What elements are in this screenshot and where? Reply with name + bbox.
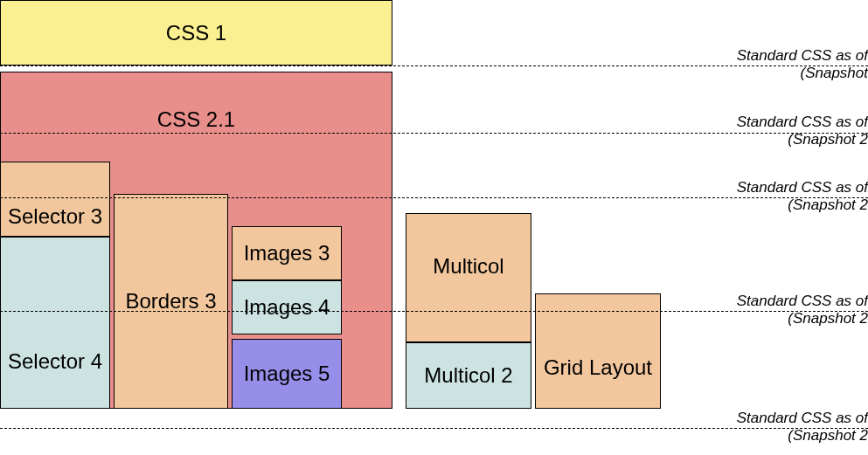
images4-label: Images 4 [244, 295, 330, 320]
images5-label: Images 5 [244, 362, 330, 386]
images3-block: Images 3 [232, 226, 342, 280]
images3-label: Images 3 [244, 241, 330, 265]
snapshot-label-2a: Standard CSS as of [737, 114, 868, 131]
snapshot-label-4b: (Snapshot 2 [737, 310, 868, 327]
snapshot-label-2b: (Snapshot 2 [737, 131, 868, 148]
snapshot-label-4a: Standard CSS as of [737, 293, 868, 310]
css21-label: CSS 2.1 [157, 107, 235, 132]
snapshot-label-5b: (Snapshot 2 [737, 427, 868, 445]
multicol2-label: Multicol 2 [424, 363, 512, 388]
snapshot-label-1: Standard CSS as of (Snapshot [737, 47, 868, 83]
images4-block: Images 4 [232, 280, 342, 334]
gridlayout-label: Grid Layout [544, 355, 652, 380]
snapshot-label-5a: Standard CSS as of [737, 410, 868, 427]
snapshot-label-3a: Standard CSS as of [737, 179, 868, 196]
selector3-block: Selector 3 [0, 162, 110, 237]
snapshot-label-1b: (Snapshot [737, 65, 868, 82]
snapshot-label-4: Standard CSS as of (Snapshot 2 [737, 293, 868, 328]
multicol-label: Multicol [433, 254, 503, 279]
snapshot-label-3: Standard CSS as of (Snapshot 2 [737, 179, 868, 215]
snapshot-label-5: Standard CSS as of (Snapshot 2 [737, 410, 868, 445]
selector4-block: Selector 4 [0, 237, 110, 409]
multicol2-block: Multicol 2 [406, 342, 531, 409]
snapshot-label-3b: (Snapshot 2 [737, 196, 868, 214]
selector4-label: Selector 4 [8, 349, 102, 374]
snapshot-label-2: Standard CSS as of (Snapshot 2 [737, 114, 868, 149]
borders3-block: Borders 3 [114, 194, 228, 409]
css1-label: CSS 1 [166, 21, 226, 45]
images5-block: Images 5 [232, 339, 342, 409]
borders3-label: Borders 3 [125, 289, 216, 314]
snapshot-label-1a: Standard CSS as of [737, 47, 868, 65]
multicol-block: Multicol [406, 213, 531, 342]
selector3-label: Selector 3 [8, 204, 102, 229]
css1-block: CSS 1 [0, 0, 392, 65]
